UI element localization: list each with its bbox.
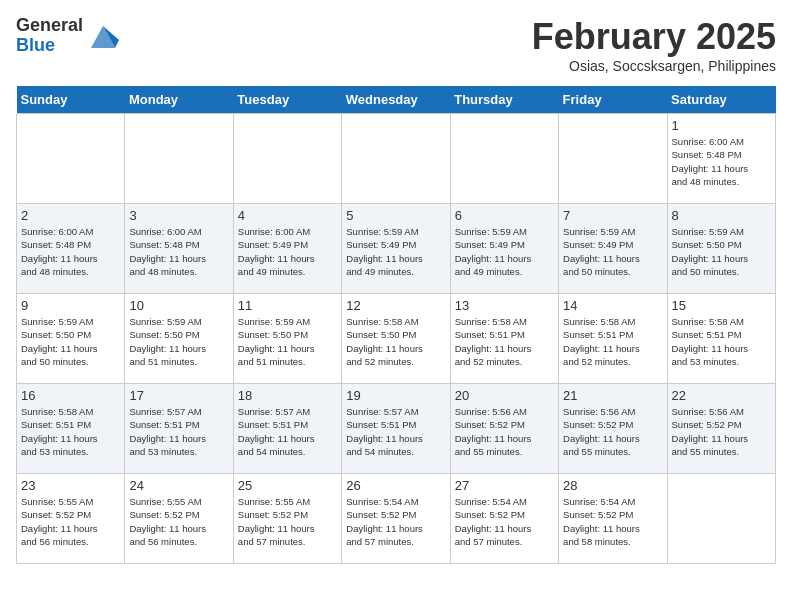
calendar-cell: 28Sunrise: 5:54 AM Sunset: 5:52 PM Dayli…	[559, 474, 667, 564]
day-number: 7	[563, 208, 662, 223]
day-number: 17	[129, 388, 228, 403]
day-number: 20	[455, 388, 554, 403]
calendar-cell: 18Sunrise: 5:57 AM Sunset: 5:51 PM Dayli…	[233, 384, 341, 474]
calendar-cell: 16Sunrise: 5:58 AM Sunset: 5:51 PM Dayli…	[17, 384, 125, 474]
cell-info: Sunrise: 5:58 AM Sunset: 5:50 PM Dayligh…	[346, 315, 445, 368]
calendar-cell: 20Sunrise: 5:56 AM Sunset: 5:52 PM Dayli…	[450, 384, 558, 474]
day-number: 13	[455, 298, 554, 313]
day-number: 25	[238, 478, 337, 493]
calendar-cell	[450, 114, 558, 204]
calendar-cell: 6Sunrise: 5:59 AM Sunset: 5:49 PM Daylig…	[450, 204, 558, 294]
day-number: 24	[129, 478, 228, 493]
day-number: 12	[346, 298, 445, 313]
calendar-cell	[125, 114, 233, 204]
weekday-header-monday: Monday	[125, 86, 233, 114]
calendar-cell: 4Sunrise: 6:00 AM Sunset: 5:49 PM Daylig…	[233, 204, 341, 294]
cell-info: Sunrise: 5:59 AM Sunset: 5:49 PM Dayligh…	[563, 225, 662, 278]
calendar-cell: 7Sunrise: 5:59 AM Sunset: 5:49 PM Daylig…	[559, 204, 667, 294]
weekday-header-wednesday: Wednesday	[342, 86, 450, 114]
calendar-table: SundayMondayTuesdayWednesdayThursdayFrid…	[16, 86, 776, 564]
day-number: 27	[455, 478, 554, 493]
day-number: 21	[563, 388, 662, 403]
day-number: 11	[238, 298, 337, 313]
calendar-cell: 15Sunrise: 5:58 AM Sunset: 5:51 PM Dayli…	[667, 294, 775, 384]
weekday-header-saturday: Saturday	[667, 86, 775, 114]
day-number: 3	[129, 208, 228, 223]
calendar-cell: 5Sunrise: 5:59 AM Sunset: 5:49 PM Daylig…	[342, 204, 450, 294]
cell-info: Sunrise: 6:00 AM Sunset: 5:49 PM Dayligh…	[238, 225, 337, 278]
calendar-cell: 14Sunrise: 5:58 AM Sunset: 5:51 PM Dayli…	[559, 294, 667, 384]
week-row-5: 23Sunrise: 5:55 AM Sunset: 5:52 PM Dayli…	[17, 474, 776, 564]
cell-info: Sunrise: 5:59 AM Sunset: 5:50 PM Dayligh…	[238, 315, 337, 368]
week-row-4: 16Sunrise: 5:58 AM Sunset: 5:51 PM Dayli…	[17, 384, 776, 474]
header: General Blue February 2025 Osias, Soccsk…	[16, 16, 776, 74]
cell-info: Sunrise: 5:56 AM Sunset: 5:52 PM Dayligh…	[672, 405, 771, 458]
day-number: 23	[21, 478, 120, 493]
cell-info: Sunrise: 5:55 AM Sunset: 5:52 PM Dayligh…	[21, 495, 120, 548]
cell-info: Sunrise: 5:58 AM Sunset: 5:51 PM Dayligh…	[21, 405, 120, 458]
calendar-cell	[559, 114, 667, 204]
day-number: 14	[563, 298, 662, 313]
cell-info: Sunrise: 5:59 AM Sunset: 5:49 PM Dayligh…	[455, 225, 554, 278]
calendar-cell: 26Sunrise: 5:54 AM Sunset: 5:52 PM Dayli…	[342, 474, 450, 564]
calendar-title: February 2025	[532, 16, 776, 58]
calendar-subtitle: Osias, Soccsksargen, Philippines	[532, 58, 776, 74]
calendar-cell: 1Sunrise: 6:00 AM Sunset: 5:48 PM Daylig…	[667, 114, 775, 204]
day-number: 16	[21, 388, 120, 403]
calendar-cell: 3Sunrise: 6:00 AM Sunset: 5:48 PM Daylig…	[125, 204, 233, 294]
calendar-cell: 10Sunrise: 5:59 AM Sunset: 5:50 PM Dayli…	[125, 294, 233, 384]
day-number: 26	[346, 478, 445, 493]
cell-info: Sunrise: 6:00 AM Sunset: 5:48 PM Dayligh…	[129, 225, 228, 278]
cell-info: Sunrise: 6:00 AM Sunset: 5:48 PM Dayligh…	[21, 225, 120, 278]
cell-info: Sunrise: 5:59 AM Sunset: 5:50 PM Dayligh…	[129, 315, 228, 368]
cell-info: Sunrise: 6:00 AM Sunset: 5:48 PM Dayligh…	[672, 135, 771, 188]
cell-info: Sunrise: 5:56 AM Sunset: 5:52 PM Dayligh…	[563, 405, 662, 458]
title-area: February 2025 Osias, Soccsksargen, Phili…	[532, 16, 776, 74]
logo-blue: Blue	[16, 36, 83, 56]
calendar-cell: 9Sunrise: 5:59 AM Sunset: 5:50 PM Daylig…	[17, 294, 125, 384]
day-number: 6	[455, 208, 554, 223]
calendar-cell: 17Sunrise: 5:57 AM Sunset: 5:51 PM Dayli…	[125, 384, 233, 474]
cell-info: Sunrise: 5:58 AM Sunset: 5:51 PM Dayligh…	[455, 315, 554, 368]
day-number: 18	[238, 388, 337, 403]
cell-info: Sunrise: 5:59 AM Sunset: 5:49 PM Dayligh…	[346, 225, 445, 278]
calendar-cell: 11Sunrise: 5:59 AM Sunset: 5:50 PM Dayli…	[233, 294, 341, 384]
day-number: 8	[672, 208, 771, 223]
calendar-cell	[17, 114, 125, 204]
cell-info: Sunrise: 5:58 AM Sunset: 5:51 PM Dayligh…	[672, 315, 771, 368]
calendar-cell: 2Sunrise: 6:00 AM Sunset: 5:48 PM Daylig…	[17, 204, 125, 294]
cell-info: Sunrise: 5:54 AM Sunset: 5:52 PM Dayligh…	[563, 495, 662, 548]
cell-info: Sunrise: 5:56 AM Sunset: 5:52 PM Dayligh…	[455, 405, 554, 458]
day-number: 19	[346, 388, 445, 403]
day-number: 15	[672, 298, 771, 313]
calendar-cell	[233, 114, 341, 204]
cell-info: Sunrise: 5:57 AM Sunset: 5:51 PM Dayligh…	[238, 405, 337, 458]
day-number: 9	[21, 298, 120, 313]
cell-info: Sunrise: 5:55 AM Sunset: 5:52 PM Dayligh…	[129, 495, 228, 548]
logo-general: General	[16, 16, 83, 36]
calendar-cell	[342, 114, 450, 204]
calendar-cell: 25Sunrise: 5:55 AM Sunset: 5:52 PM Dayli…	[233, 474, 341, 564]
calendar-cell: 12Sunrise: 5:58 AM Sunset: 5:50 PM Dayli…	[342, 294, 450, 384]
calendar-cell: 13Sunrise: 5:58 AM Sunset: 5:51 PM Dayli…	[450, 294, 558, 384]
cell-info: Sunrise: 5:54 AM Sunset: 5:52 PM Dayligh…	[455, 495, 554, 548]
week-row-1: 1Sunrise: 6:00 AM Sunset: 5:48 PM Daylig…	[17, 114, 776, 204]
day-number: 28	[563, 478, 662, 493]
calendar-cell: 22Sunrise: 5:56 AM Sunset: 5:52 PM Dayli…	[667, 384, 775, 474]
weekday-header-thursday: Thursday	[450, 86, 558, 114]
calendar-cell: 21Sunrise: 5:56 AM Sunset: 5:52 PM Dayli…	[559, 384, 667, 474]
logo-icon	[87, 20, 119, 52]
day-number: 4	[238, 208, 337, 223]
calendar-cell: 23Sunrise: 5:55 AM Sunset: 5:52 PM Dayli…	[17, 474, 125, 564]
day-number: 1	[672, 118, 771, 133]
cell-info: Sunrise: 5:59 AM Sunset: 5:50 PM Dayligh…	[21, 315, 120, 368]
day-number: 2	[21, 208, 120, 223]
weekday-header-sunday: Sunday	[17, 86, 125, 114]
logo: General Blue	[16, 16, 119, 56]
cell-info: Sunrise: 5:55 AM Sunset: 5:52 PM Dayligh…	[238, 495, 337, 548]
day-number: 22	[672, 388, 771, 403]
weekday-header-row: SundayMondayTuesdayWednesdayThursdayFrid…	[17, 86, 776, 114]
cell-info: Sunrise: 5:57 AM Sunset: 5:51 PM Dayligh…	[129, 405, 228, 458]
calendar-cell: 8Sunrise: 5:59 AM Sunset: 5:50 PM Daylig…	[667, 204, 775, 294]
cell-info: Sunrise: 5:58 AM Sunset: 5:51 PM Dayligh…	[563, 315, 662, 368]
